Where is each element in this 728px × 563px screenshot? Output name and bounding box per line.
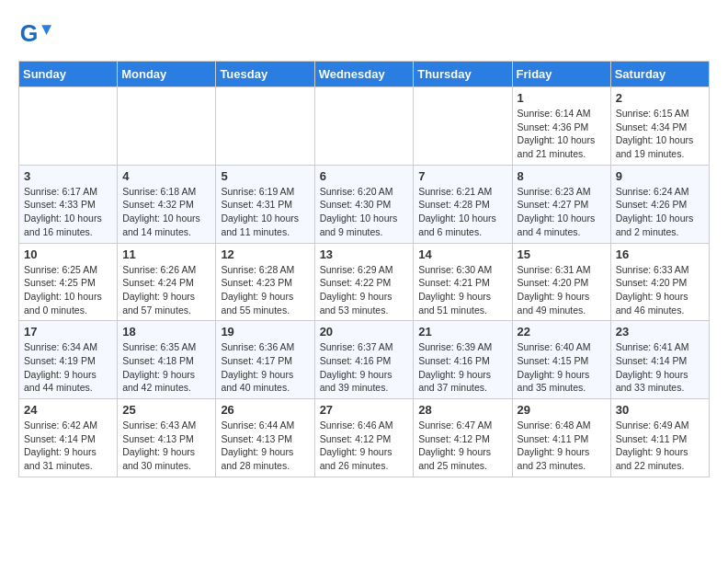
day-info: Sunrise: 6:41 AM Sunset: 4:14 PM Dayligh…: [616, 340, 704, 395]
day-info: Sunrise: 6:24 AM Sunset: 4:26 PM Dayligh…: [616, 185, 704, 239]
calendar-day-23: 23Sunrise: 6:41 AM Sunset: 4:14 PM Dayli…: [610, 321, 709, 399]
calendar-header-row: SundayMondayTuesdayWednesdayThursdayFrid…: [19, 62, 710, 87]
day-info: Sunrise: 6:34 AM Sunset: 4:19 PM Dayligh…: [24, 340, 112, 395]
calendar-week-row: 24Sunrise: 6:42 AM Sunset: 4:14 PM Dayli…: [19, 399, 710, 477]
calendar-day-19: 19Sunrise: 6:36 AM Sunset: 4:17 PM Dayli…: [216, 321, 314, 399]
calendar-day-empty: [414, 87, 512, 166]
day-info: Sunrise: 6:49 AM Sunset: 4:11 PM Dayligh…: [616, 419, 704, 473]
day-info: Sunrise: 6:23 AM Sunset: 4:27 PM Dayligh…: [518, 185, 606, 239]
weekday-header-saturday: Saturday: [610, 62, 709, 87]
day-number: 1: [518, 91, 606, 105]
weekday-header-wednesday: Wednesday: [314, 62, 414, 87]
day-info: Sunrise: 6:37 AM Sunset: 4:16 PM Dayligh…: [320, 340, 409, 395]
calendar-day-22: 22Sunrise: 6:40 AM Sunset: 4:15 PM Dayli…: [512, 321, 610, 399]
weekday-header-sunday: Sunday: [19, 62, 118, 87]
day-number: 13: [320, 247, 409, 261]
day-info: Sunrise: 6:31 AM Sunset: 4:20 PM Dayligh…: [518, 263, 606, 317]
calendar-day-20: 20Sunrise: 6:37 AM Sunset: 4:16 PM Dayli…: [314, 321, 414, 399]
day-info: Sunrise: 6:47 AM Sunset: 4:12 PM Dayligh…: [418, 419, 506, 473]
logo: G: [18, 18, 55, 52]
calendar-day-empty: [314, 87, 414, 166]
day-number: 15: [518, 247, 606, 261]
calendar-day-4: 4Sunrise: 6:18 AM Sunset: 4:32 PM Daylig…: [118, 165, 216, 243]
logo-icon: G: [18, 18, 51, 52]
calendar-day-8: 8Sunrise: 6:23 AM Sunset: 4:27 PM Daylig…: [512, 165, 610, 243]
weekday-header-tuesday: Tuesday: [216, 62, 314, 87]
day-number: 12: [221, 247, 309, 261]
day-number: 20: [320, 325, 409, 339]
day-number: 18: [122, 325, 210, 339]
day-info: Sunrise: 6:14 AM Sunset: 4:36 PM Dayligh…: [518, 107, 606, 161]
calendar-week-row: 17Sunrise: 6:34 AM Sunset: 4:19 PM Dayli…: [19, 321, 710, 399]
day-info: Sunrise: 6:21 AM Sunset: 4:28 PM Dayligh…: [418, 185, 506, 239]
calendar-day-6: 6Sunrise: 6:20 AM Sunset: 4:30 PM Daylig…: [314, 165, 414, 243]
calendar-day-16: 16Sunrise: 6:33 AM Sunset: 4:20 PM Dayli…: [610, 243, 709, 321]
day-number: 2: [616, 91, 704, 105]
calendar-day-10: 10Sunrise: 6:25 AM Sunset: 4:25 PM Dayli…: [19, 243, 118, 321]
day-info: Sunrise: 6:46 AM Sunset: 4:12 PM Dayligh…: [320, 419, 409, 473]
calendar-day-3: 3Sunrise: 6:17 AM Sunset: 4:33 PM Daylig…: [19, 165, 118, 243]
svg-text:G: G: [20, 20, 39, 46]
day-number: 7: [418, 169, 506, 183]
day-number: 26: [221, 403, 309, 417]
day-number: 5: [221, 169, 309, 183]
day-number: 25: [122, 403, 210, 417]
day-number: 30: [616, 403, 704, 417]
calendar-day-17: 17Sunrise: 6:34 AM Sunset: 4:19 PM Dayli…: [19, 321, 118, 399]
day-info: Sunrise: 6:17 AM Sunset: 4:33 PM Dayligh…: [24, 185, 112, 239]
calendar-day-25: 25Sunrise: 6:43 AM Sunset: 4:13 PM Dayli…: [118, 399, 216, 477]
day-info: Sunrise: 6:29 AM Sunset: 4:22 PM Dayligh…: [320, 263, 409, 317]
day-number: 8: [518, 169, 606, 183]
calendar-week-row: 1Sunrise: 6:14 AM Sunset: 4:36 PM Daylig…: [19, 87, 710, 166]
day-number: 29: [518, 403, 606, 417]
day-number: 22: [518, 325, 606, 339]
calendar-day-11: 11Sunrise: 6:26 AM Sunset: 4:24 PM Dayli…: [118, 243, 216, 321]
day-number: 24: [24, 403, 112, 417]
calendar-week-row: 3Sunrise: 6:17 AM Sunset: 4:33 PM Daylig…: [19, 165, 710, 243]
calendar-day-29: 29Sunrise: 6:48 AM Sunset: 4:11 PM Dayli…: [512, 399, 610, 477]
day-info: Sunrise: 6:36 AM Sunset: 4:17 PM Dayligh…: [221, 340, 309, 395]
day-info: Sunrise: 6:20 AM Sunset: 4:30 PM Dayligh…: [320, 185, 409, 239]
day-info: Sunrise: 6:25 AM Sunset: 4:25 PM Dayligh…: [24, 263, 112, 317]
weekday-header-thursday: Thursday: [414, 62, 512, 87]
day-info: Sunrise: 6:44 AM Sunset: 4:13 PM Dayligh…: [221, 419, 309, 473]
calendar-day-empty: [19, 87, 118, 166]
calendar-day-7: 7Sunrise: 6:21 AM Sunset: 4:28 PM Daylig…: [414, 165, 512, 243]
calendar-day-5: 5Sunrise: 6:19 AM Sunset: 4:31 PM Daylig…: [216, 165, 314, 243]
day-number: 9: [616, 169, 704, 183]
calendar-day-12: 12Sunrise: 6:28 AM Sunset: 4:23 PM Dayli…: [216, 243, 314, 321]
day-number: 11: [122, 247, 210, 261]
calendar-day-21: 21Sunrise: 6:39 AM Sunset: 4:16 PM Dayli…: [414, 321, 512, 399]
calendar-day-30: 30Sunrise: 6:49 AM Sunset: 4:11 PM Dayli…: [610, 399, 709, 477]
calendar-table: SundayMondayTuesdayWednesdayThursdayFrid…: [18, 61, 710, 477]
calendar-day-13: 13Sunrise: 6:29 AM Sunset: 4:22 PM Dayli…: [314, 243, 414, 321]
calendar-day-empty: [216, 87, 314, 166]
day-info: Sunrise: 6:39 AM Sunset: 4:16 PM Dayligh…: [418, 340, 506, 395]
day-number: 3: [24, 169, 112, 183]
day-info: Sunrise: 6:18 AM Sunset: 4:32 PM Dayligh…: [122, 185, 210, 239]
day-number: 6: [320, 169, 409, 183]
day-number: 28: [418, 403, 506, 417]
calendar-day-2: 2Sunrise: 6:15 AM Sunset: 4:34 PM Daylig…: [610, 87, 709, 166]
day-info: Sunrise: 6:26 AM Sunset: 4:24 PM Dayligh…: [122, 263, 210, 317]
calendar-day-14: 14Sunrise: 6:30 AM Sunset: 4:21 PM Dayli…: [414, 243, 512, 321]
day-info: Sunrise: 6:48 AM Sunset: 4:11 PM Dayligh…: [518, 419, 606, 473]
calendar-day-24: 24Sunrise: 6:42 AM Sunset: 4:14 PM Dayli…: [19, 399, 118, 477]
day-number: 16: [616, 247, 704, 261]
day-info: Sunrise: 6:43 AM Sunset: 4:13 PM Dayligh…: [122, 419, 210, 473]
day-number: 14: [418, 247, 506, 261]
calendar-day-27: 27Sunrise: 6:46 AM Sunset: 4:12 PM Dayli…: [314, 399, 414, 477]
calendar-day-empty: [118, 87, 216, 166]
calendar-day-9: 9Sunrise: 6:24 AM Sunset: 4:26 PM Daylig…: [610, 165, 709, 243]
day-number: 4: [122, 169, 210, 183]
day-info: Sunrise: 6:35 AM Sunset: 4:18 PM Dayligh…: [122, 340, 210, 395]
calendar-day-28: 28Sunrise: 6:47 AM Sunset: 4:12 PM Dayli…: [414, 399, 512, 477]
day-info: Sunrise: 6:33 AM Sunset: 4:20 PM Dayligh…: [616, 263, 704, 317]
day-info: Sunrise: 6:42 AM Sunset: 4:14 PM Dayligh…: [24, 419, 112, 473]
calendar-day-15: 15Sunrise: 6:31 AM Sunset: 4:20 PM Dayli…: [512, 243, 610, 321]
day-info: Sunrise: 6:28 AM Sunset: 4:23 PM Dayligh…: [221, 263, 309, 317]
day-number: 21: [418, 325, 506, 339]
weekday-header-friday: Friday: [512, 62, 610, 87]
day-number: 23: [616, 325, 704, 339]
day-number: 27: [320, 403, 409, 417]
